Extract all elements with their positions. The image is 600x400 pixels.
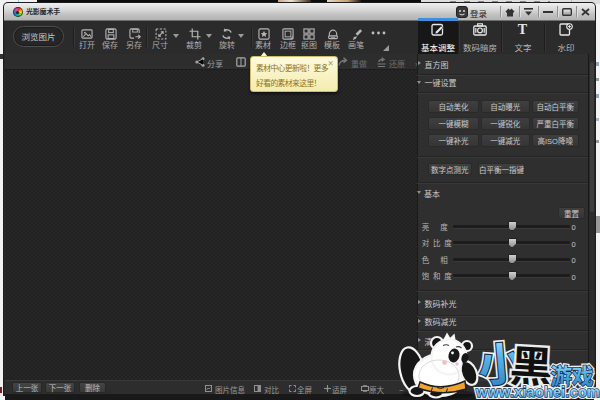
svg-text:www.xiaohei.com: www.xiaohei.com [475, 384, 600, 400]
